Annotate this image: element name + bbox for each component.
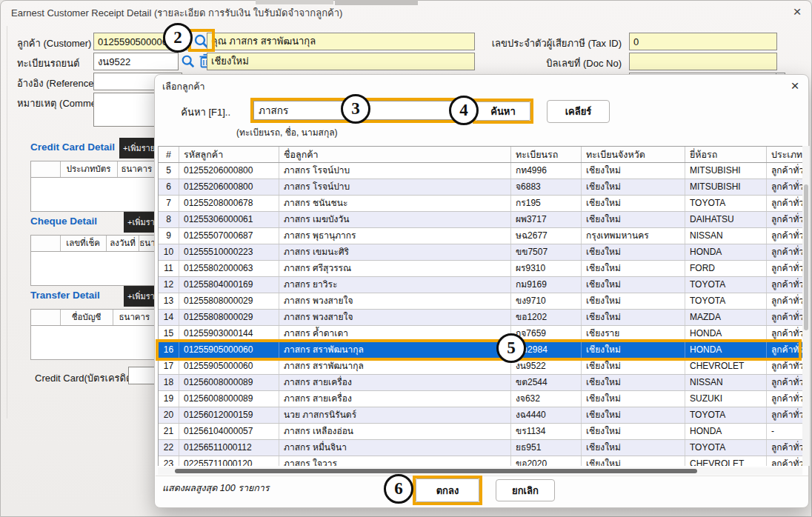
doc-no-input[interactable] (629, 53, 777, 70)
customer-row-21[interactable]: 2101256104000057ภาสกร เหลืองอ่อนขร1134เช… (159, 424, 802, 440)
credit-card-col-blank (31, 161, 61, 177)
select-customer-dialog: เลือกลูกค้า × ค้นหา [F1].. ค้นหา เคลียร์… (154, 74, 809, 508)
transfer-add-button[interactable]: +เพิ่มรายการ (124, 286, 155, 307)
column-header-4[interactable]: ทะเบียนจังหวัด (582, 147, 685, 162)
window-close-icon[interactable]: × (786, 2, 808, 21)
vehicle-reg-label: ทะเบียนรถยนต์ (17, 56, 80, 71)
transfer-table-body (31, 326, 156, 359)
search-label: ค้นหา [F1].. (168, 104, 230, 120)
transfer-table: ชื่อบัญชี ธนาคาร (30, 309, 156, 360)
callout-2: 2 (163, 23, 193, 53)
search-button[interactable]: ค้นหา (476, 101, 530, 121)
customer-table-header: #รหัสลูกค้าชื่อลูกค้าทะเบียนรถทะเบียนจัง… (159, 146, 802, 163)
credit-card-add-button[interactable]: +เพิ่มรายการ (119, 138, 155, 159)
column-header-2[interactable]: ชื่อลูกค้า (279, 147, 511, 162)
horizontal-scrollbar-thumb[interactable] (175, 469, 697, 473)
transfer-col-account: ชื่อบัญชี (61, 310, 113, 325)
cheque-table-body (31, 252, 156, 285)
customer-row-20[interactable]: 2001256012000159นวย ภาสกรนิรันดร์งฉ4440เ… (159, 407, 802, 424)
cheque-col-bank: ธนาคาร (139, 236, 156, 251)
credit-card-table: ประเภทบัตร ธนาคาร (30, 161, 156, 212)
customer-table: #รหัสลูกค้าชื่อลูกค้าทะเบียนรถทะเบียนจัง… (158, 146, 802, 466)
screenshot-root: Earnest Customer Receipt Detail (รายละเอ… (0, 0, 812, 517)
column-header-0[interactable]: # (159, 147, 179, 162)
cheque-table: เลขที่เช็ค ลงวันที่ ธนาคาร (30, 235, 156, 286)
credit-card-section-title: Credit Card Detail (30, 141, 115, 153)
customer-row-5[interactable]: 501255206000800ภาสกร โรจน์ปาบกท4996เชียง… (159, 163, 802, 179)
credit-card-col-bank: ธนาคาร (118, 161, 156, 177)
callout-6: 6 (384, 474, 413, 504)
transfer-section-title: Transfer Detail (30, 290, 100, 301)
callout-4: 4 (449, 96, 479, 125)
credit-card-table-body (31, 178, 156, 211)
column-header-3[interactable]: ทะเบียนรถ (511, 147, 582, 162)
customer-name-field: คุณ ภาสกร สราพัฒนากุล (207, 33, 475, 50)
column-header-5[interactable]: ยี่ห้อรถ (685, 147, 767, 162)
customer-row-15[interactable]: 1501255903000144ภาสกร ค้ำดาเดากจ7659เชีย… (159, 326, 802, 342)
customer-row-19[interactable]: 1901256008000089ภาสกร สายเครื่องงจ632เชี… (159, 391, 802, 407)
search-hint: (ทะเบียนรถ, ชื่อ, นามสกุล) (236, 125, 338, 139)
customer-row-14[interactable]: 1401255808000029ภาสกร พวงสายใจขอ1202เชีย… (159, 310, 802, 326)
vehicle-reg-input[interactable] (93, 53, 179, 70)
customer-row-23[interactable]: 2302255711000120ภาสกร ใจวารขอ2020เชียงให… (159, 456, 802, 466)
result-limit-note: แสดงผลสูงสุด 100 รายการ (162, 481, 270, 496)
customer-row-18[interactable]: 1801256008000089ภาสกร สายเครื่องขต2544เช… (159, 375, 802, 391)
window-title: Earnest Customer Receipt Detail (รายละเอ… (11, 5, 342, 21)
background-window-fragment (335, 0, 418, 5)
column-header-1[interactable]: รหัสลูกค้า (179, 147, 279, 162)
vertical-scrollbar[interactable] (802, 146, 810, 466)
tax-id-input[interactable] (629, 33, 777, 50)
cheque-add-button[interactable]: +เพิ่มรายการ (124, 212, 155, 233)
doc-no-label: บิลเลขที่ (Doc No) (453, 56, 622, 71)
background-window-fragment (256, 0, 333, 4)
callout-5: 5 (496, 333, 526, 363)
search-button-highlight: ค้นหา (473, 99, 533, 124)
customer-row-9[interactable]: 901255507000687ภาสกร พุธานุภากรษฉ2677กรุ… (159, 228, 802, 244)
cheque-col-date: ลงวันที่ (107, 236, 139, 251)
vehicle-province-field: เชียงใหม่ (207, 53, 475, 70)
credit-card-amount-input[interactable] (128, 367, 155, 384)
column-header-6[interactable]: ประเภทลูกค้า (767, 147, 802, 162)
dialog-title: เลือกลูกค้า (162, 79, 205, 94)
cheque-section-title: Cheque Detail (30, 216, 97, 227)
credit-card-col-type: ประเภทบัตร (61, 161, 118, 177)
clear-button[interactable]: เคลียร์ (547, 100, 610, 123)
customer-row-8[interactable]: 801255306000061ภาสกร เมฆบังวันผพ3717เชีย… (159, 212, 802, 228)
cheque-col-blank (31, 236, 61, 251)
reference-label: อ้างอิง (Reference) (17, 76, 97, 91)
ok-button[interactable]: ตกลง (416, 478, 479, 502)
transfer-col-blank (31, 310, 61, 325)
customer-row-11[interactable]: 1101255802000063ภาสกร ศรีสุวรรณผร9310เชี… (159, 261, 802, 277)
panel-edge-line (7, 26, 7, 418)
vehicle-search-icon[interactable] (181, 54, 196, 69)
customer-row-17[interactable]: 1701255905000060ภาสกร สราพัฒนากุลงน9522เ… (159, 358, 802, 375)
dialog-close-icon[interactable]: × (785, 76, 805, 96)
transfer-col-bank: ธนาคาร (113, 310, 156, 325)
customer-row-10[interactable]: 1001255510000223ภาสกร เขมนะศิริขข7507เชี… (159, 244, 802, 261)
tax-id-label: เลขประจำตัวผู้เสียภาษี (Tax ID) (453, 36, 622, 51)
customer-label: ลูกค้า (Customer) (17, 36, 91, 51)
callout-3: 3 (341, 94, 370, 124)
customer-row-7[interactable]: 701255208000678ภาสกร ชนันชนะกร195เชียงให… (159, 196, 802, 212)
cheque-col-number: เลขที่เช็ค (61, 236, 107, 251)
customer-row-16[interactable]: 1601255905000060ภาสกร สราพัฒนากุลขม2984เ… (159, 342, 802, 358)
credit-card-amount-label: Credit Card(บัตรเครดิต) (35, 370, 136, 386)
customer-table-body: 501255206000800ภาสกร โรจน์ปาบกท4996เชียง… (159, 163, 802, 466)
cancel-button[interactable]: ยกเลิก (496, 479, 555, 501)
customer-row-13[interactable]: 1301255808000029ภาสกร พวงสายใจขง9710เชีย… (159, 293, 802, 310)
ok-button-highlight: ตกลง (413, 476, 482, 505)
customer-row-22[interactable]: 2201256511000112ภาสกร หมื่นจินายธ951เชีย… (159, 440, 802, 456)
customer-row-6[interactable]: 601255206000800ภาสกร โรจน์ปาบจ6883เชียงใ… (159, 179, 802, 196)
vertical-scrollbar-thumb[interactable] (804, 184, 808, 330)
horizontal-scrollbar[interactable] (158, 467, 802, 475)
customer-row-12[interactable]: 1201255804000169ภาสกร ยาวิระกม9169เชียงใ… (159, 277, 802, 293)
